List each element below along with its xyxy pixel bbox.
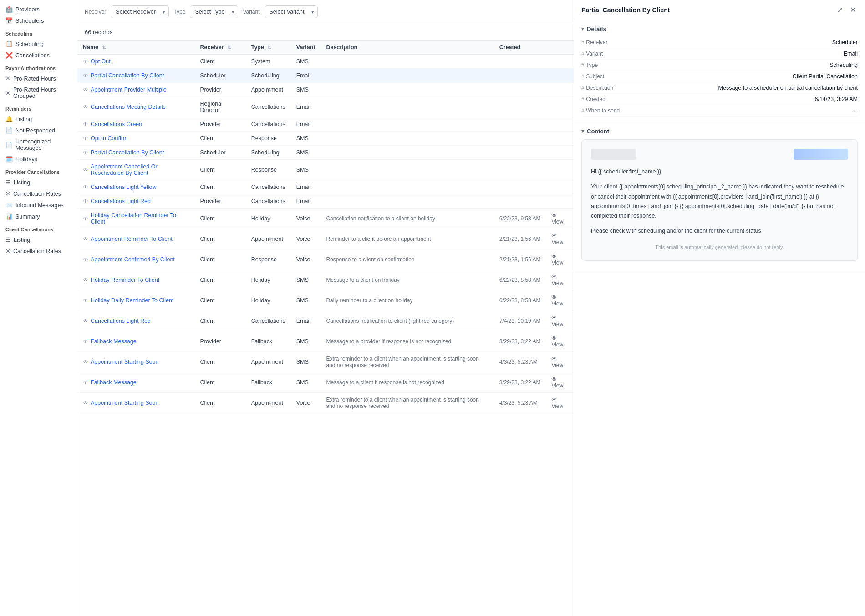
view-link[interactable]: 👁 View <box>551 315 568 327</box>
row-name-link[interactable]: Cancellations Light Red <box>91 198 151 204</box>
row-name-link[interactable]: Appointment Provider Multiple <box>91 87 167 93</box>
row-name-link[interactable]: Holiday Cancellation Reminder To Client <box>91 212 189 225</box>
row-name-link[interactable]: Cancellations Light Yellow <box>91 184 157 190</box>
sidebar-item-cancellations-scheduling[interactable]: ❌ Cancellations <box>0 50 77 61</box>
row-name-link[interactable]: Appointment Cancelled Or Rescheduled By … <box>91 163 189 176</box>
row-name-link[interactable]: Fallback Message <box>91 379 137 386</box>
detail-row-subject: # Subject Client Partial Cancellation <box>581 71 858 82</box>
table-row: 👁Appointment Reminder To ClientClientApp… <box>77 229 574 249</box>
row-name-link[interactable]: Appointment Confirmed By Client <box>91 256 175 263</box>
pro-rated-icon: ✕ <box>5 75 10 82</box>
panel-expand-button[interactable]: ⤢ <box>835 5 845 15</box>
row-name-link[interactable]: Appointment Reminder To Client <box>91 236 173 242</box>
cell-name: 👁Cancellations Light Red <box>77 194 194 209</box>
view-link[interactable]: 👁 View <box>551 335 568 348</box>
sidebar-item-schedulers[interactable]: 📅 Schedulers <box>0 15 77 26</box>
sidebar-item-cancellation-rates[interactable]: ✕ Cancellation Rates <box>0 188 77 199</box>
cell-receiver: Client <box>194 270 245 290</box>
cell-variant: SMS <box>291 132 321 146</box>
row-name-link[interactable]: Holiday Daily Reminder To Client <box>91 297 173 304</box>
sidebar-item-providers[interactable]: 🏥 Providers <box>0 4 77 15</box>
cell-created: 3/29/23, 3:22 AM <box>494 331 546 352</box>
eye-icon: 👁 <box>83 104 88 110</box>
detail-row-description: # Description Message to a scheduler on … <box>581 82 858 94</box>
view-link[interactable]: 👁 View <box>551 376 568 389</box>
eye-icon: 👁 <box>83 121 88 127</box>
details-section-header[interactable]: ▾ Details <box>581 25 858 32</box>
sidebar-item-listing-provider[interactable]: ☰ Listing <box>0 177 77 188</box>
eye-icon: 👁 <box>83 338 88 345</box>
view-link[interactable]: 👁 View <box>551 274 568 286</box>
cell-receiver: Client <box>194 229 245 249</box>
sidebar-item-summary[interactable]: 📊 Summary <box>0 211 77 222</box>
detail-label-description: # Description <box>581 85 645 91</box>
row-name-link[interactable]: Cancellations Light Red <box>91 318 151 324</box>
cell-variant: SMS <box>291 352 321 372</box>
view-link[interactable]: 👁 View <box>551 253 568 266</box>
sidebar-item-scheduling[interactable]: 📋 Scheduling <box>0 38 77 50</box>
panel-close-button[interactable]: ✕ <box>848 5 858 15</box>
sidebar-item-pro-rated-grouped[interactable]: ✕ Pro-Rated Hours Grouped <box>0 84 77 102</box>
cell-variant: Email <box>291 194 321 209</box>
col-receiver[interactable]: Receiver ⇅ <box>194 41 245 55</box>
eye-icon: 👁 <box>83 149 88 156</box>
cell-type: Scheduling <box>246 146 291 160</box>
cell-variant: SMS <box>291 146 321 160</box>
cell-type: Fallback <box>246 372 291 393</box>
detail-value-subject: Client Partial Cancellation <box>645 73 858 80</box>
col-variant[interactable]: Variant <box>291 41 321 55</box>
cell-created <box>494 117 546 132</box>
row-name-link[interactable]: Partial Cancellation By Client <box>91 72 164 79</box>
row-name-link[interactable]: Opt Out <box>91 58 111 65</box>
view-link[interactable]: 👁 View <box>551 397 568 409</box>
cell-variant: Email <box>291 117 321 132</box>
variant-filter-label: Variant <box>243 9 260 15</box>
table-row: 👁Opt In ConfirmClientResponseSMS <box>77 132 574 146</box>
cell-name: 👁Opt In Confirm <box>77 132 194 146</box>
sidebar: 🏥 Providers 📅 Schedulers Scheduling 📋 Sc… <box>0 0 77 616</box>
col-type[interactable]: Type ⇅ <box>246 41 291 55</box>
cell-description <box>321 83 494 97</box>
row-name-link[interactable]: Appointment Starting Soon <box>91 359 158 365</box>
row-name-link[interactable]: Partial Cancellation By Client <box>91 149 164 156</box>
detail-row-when-to-send: # When to send -- <box>581 105 858 117</box>
row-name-link[interactable]: Opt In Confirm <box>91 135 127 142</box>
cell-action <box>546 55 574 69</box>
cell-type: System <box>246 55 291 69</box>
row-name-link[interactable]: Holiday Reminder To Client <box>91 277 159 283</box>
receiver-select[interactable]: Select Receiver <box>111 5 169 18</box>
cell-action: 👁 View <box>546 270 574 290</box>
variant-select[interactable]: Select Variant <box>265 5 318 18</box>
row-name-link[interactable]: Appointment Starting Soon <box>91 400 158 406</box>
view-link[interactable]: 👁 View <box>551 233 568 245</box>
view-link[interactable]: 👁 View <box>551 212 568 225</box>
sidebar-item-listing-client[interactable]: ☰ Listing <box>0 234 77 245</box>
row-name-link[interactable]: Cancellations Meeting Details <box>91 104 166 110</box>
cell-action <box>546 69 574 83</box>
type-select[interactable]: Select Type <box>190 5 238 18</box>
cell-type: Appointment <box>246 83 291 97</box>
email-body-line2: Please check with scheduling and/or the … <box>591 226 848 236</box>
sidebar-item-pro-rated-hours[interactable]: ✕ Pro-Rated Hours <box>0 73 77 84</box>
sidebar-item-listing-reminders[interactable]: 🔔 Listing <box>0 113 77 125</box>
cell-receiver: Client <box>194 180 245 194</box>
cell-type: Scheduling <box>246 69 291 83</box>
sidebar-item-holidays[interactable]: 🗓️ Holidays <box>0 153 77 165</box>
table-row: 👁Fallback MessageClientFallbackSMSMessag… <box>77 372 574 393</box>
cell-receiver: Client <box>194 132 245 146</box>
sidebar-item-unrecognized-messages[interactable]: 📄 Unrecognized Messages <box>0 136 77 153</box>
row-name-link[interactable]: Fallback Message <box>91 338 137 345</box>
cell-type: Appointment <box>246 352 291 372</box>
view-link[interactable]: 👁 View <box>551 356 568 368</box>
cell-name: 👁Cancellations Meeting Details <box>77 97 194 117</box>
sidebar-section-client-cancel-title: Client Cancellations <box>0 222 77 234</box>
content-section-header[interactable]: ▾ Content <box>581 128 858 135</box>
cell-created: 3/29/23, 3:22 AM <box>494 372 546 393</box>
cell-type: Holiday <box>246 209 291 229</box>
row-name-link[interactable]: Cancellations Green <box>91 121 142 127</box>
sidebar-item-cancellation-rates-client[interactable]: ✕ Cancellation Rates <box>0 245 77 257</box>
col-name[interactable]: Name ⇅ <box>77 41 194 55</box>
view-link[interactable]: 👁 View <box>551 294 568 307</box>
sidebar-item-not-responded[interactable]: 📄 Not Responded <box>0 125 77 136</box>
sidebar-item-inbound-messages[interactable]: 📨 Inbound Messages <box>0 199 77 211</box>
